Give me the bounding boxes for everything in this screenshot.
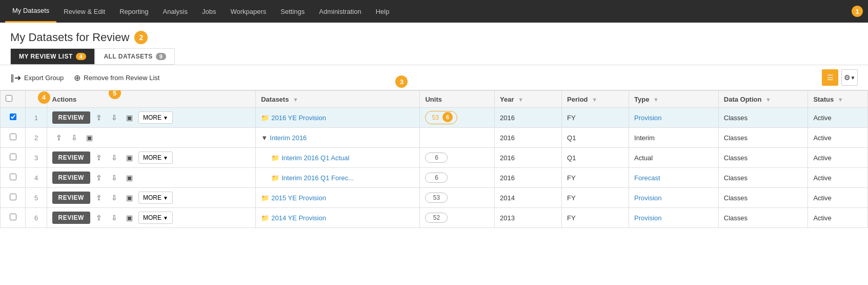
table-row: 3REVIEW⇪⇩▣MORE ▼📁Interim 2016 Q1 Actual6… xyxy=(1,148,868,168)
row-dataset: 📁Interim 2016 Q1 Actual xyxy=(256,148,420,168)
row-status: Active xyxy=(808,148,868,168)
calc-icon[interactable]: ▣ xyxy=(123,111,136,124)
row-type: Actual xyxy=(629,148,719,168)
nav-item-administration[interactable]: Administration xyxy=(312,0,368,23)
type-filter-icon[interactable]: ▼ xyxy=(653,97,659,103)
row-dataset: 📁Interim 2016 Q1 Forec... xyxy=(256,168,420,188)
nav-item-my-datasets[interactable]: My Datasets xyxy=(5,0,56,23)
more-dropdown-button[interactable]: MORE ▼ xyxy=(138,192,173,204)
status-filter-icon[interactable]: ▼ xyxy=(838,97,843,103)
more-dropdown-button[interactable]: MORE ▼ xyxy=(138,212,173,224)
units-badge: 6 xyxy=(425,173,448,183)
row-number: 4 xyxy=(26,168,47,188)
row-dataset: 📁2015 YE Provision xyxy=(256,188,420,208)
row-type: Forecast xyxy=(629,168,719,188)
export-icon[interactable]: ⇩ xyxy=(68,131,81,144)
row-period: FY xyxy=(562,168,629,188)
import-icon[interactable]: ⇪ xyxy=(92,111,106,124)
folder-icon: 📁 xyxy=(261,214,269,222)
year-filter-icon[interactable]: ▼ xyxy=(518,97,523,103)
annotation-4: 4 xyxy=(38,91,50,104)
select-all-checkbox[interactable] xyxy=(6,95,12,102)
row-data-option: Classes xyxy=(718,168,808,188)
import-icon[interactable]: ⇪ xyxy=(92,191,106,204)
row-actions: REVIEW⇪⇩▣MORE ▼ xyxy=(47,188,256,208)
row-period: FY xyxy=(562,208,629,228)
review-button[interactable]: REVIEW xyxy=(52,212,90,224)
import-icon[interactable]: ⇪ xyxy=(92,171,106,184)
row-actions: REVIEW⇪⇩▣MORE ▼ xyxy=(47,108,256,128)
review-button[interactable]: REVIEW xyxy=(52,111,90,124)
import-icon[interactable]: ⇪ xyxy=(92,211,106,224)
row-type: Provision xyxy=(629,188,719,208)
row-data-option: Classes xyxy=(718,128,808,148)
import-icon[interactable]: ⇪ xyxy=(92,151,106,164)
row-year: 2013 xyxy=(495,208,562,228)
folder-icon: 📁 xyxy=(261,194,269,202)
export-icon[interactable]: ⇩ xyxy=(108,191,121,204)
settings-column-button[interactable]: ⚙ ▼ xyxy=(841,69,858,86)
table-row: 5REVIEW⇪⇩▣MORE ▼📁2015 YE Provision532014… xyxy=(1,188,868,208)
tab-my-review-list[interactable]: MY REVIEW LIST 4 xyxy=(10,48,95,65)
col-data-option: Data Option ▼ xyxy=(718,91,808,108)
review-button[interactable]: REVIEW xyxy=(52,192,90,204)
row-units: 6 xyxy=(420,168,495,188)
row-actions: REVIEW⇪⇩▣ xyxy=(47,168,256,188)
nav-item-reporting[interactable]: Reporting xyxy=(112,0,155,23)
datasets-filter-icon[interactable]: ▼ xyxy=(293,97,298,103)
row-status: Active xyxy=(808,188,868,208)
col-status: Status ▼ xyxy=(808,91,868,108)
row-checkbox[interactable] xyxy=(10,134,16,140)
row-checkbox[interactable] xyxy=(10,154,16,160)
more-dropdown-button[interactable]: MORE ▼ xyxy=(138,111,173,124)
row-type: Provision xyxy=(629,108,719,128)
row-checkbox[interactable] xyxy=(10,214,16,220)
row-checkbox-cell xyxy=(1,128,26,148)
table-row: 2⇪⇩▣▼Interim 20162016Q1InterimClassesAct… xyxy=(1,128,868,148)
notification-badge[interactable]: 1 xyxy=(852,6,863,17)
row-status: Active xyxy=(808,128,868,148)
nav-item-jobs[interactable]: Jobs xyxy=(195,0,223,23)
filter-active-button[interactable]: ☰ xyxy=(822,69,838,86)
table-wrap: 4 Actions 5 Datasets ▼ Units Year ▼ P xyxy=(0,90,868,228)
expand-icon[interactable]: ▼ xyxy=(261,134,268,142)
data-option-filter-icon[interactable]: ▼ xyxy=(765,97,771,103)
export-icon[interactable]: ⇩ xyxy=(108,151,121,164)
nav-item-workpapers[interactable]: Workpapers xyxy=(223,0,273,23)
row-actions: REVIEW⇪⇩▣MORE ▼ xyxy=(47,148,256,168)
export-icon[interactable]: ⇩ xyxy=(108,211,121,224)
export-icon[interactable]: ⇩ xyxy=(108,111,121,124)
nav-item-help[interactable]: Help xyxy=(369,0,397,23)
units-badge: 53 xyxy=(425,193,448,203)
calc-icon[interactable]: ▣ xyxy=(83,131,96,144)
action-icons-group: REVIEW⇪⇩▣MORE ▼ xyxy=(52,111,251,124)
nav-item-analysis[interactable]: Analysis xyxy=(156,0,195,23)
units-badge: 53 6 xyxy=(425,111,457,124)
export-group-button[interactable]: ∥➜ Export Group xyxy=(10,71,64,85)
row-year: 2016 xyxy=(495,168,562,188)
tab-count-all: 9 xyxy=(156,53,167,60)
export-icon[interactable]: ⇩ xyxy=(108,171,121,184)
review-button[interactable]: REVIEW xyxy=(52,151,90,164)
row-checkbox[interactable] xyxy=(10,194,16,200)
import-icon[interactable]: ⇪ xyxy=(52,131,66,144)
units-badge: 52 xyxy=(425,213,448,223)
calc-icon[interactable]: ▣ xyxy=(123,191,136,204)
row-data-option: Classes xyxy=(718,188,808,208)
more-dropdown-button[interactable]: MORE ▼ xyxy=(138,151,173,164)
table-row: 1REVIEW⇪⇩▣MORE ▼📁2016 YE Provision53 620… xyxy=(1,108,868,128)
calc-icon[interactable]: ▣ xyxy=(123,151,136,164)
nav-item-settings[interactable]: Settings xyxy=(273,0,312,23)
row-checkbox[interactable] xyxy=(10,113,16,120)
row-units xyxy=(420,128,495,148)
remove-review-button[interactable]: ⊕ Remove from Review List xyxy=(74,71,159,85)
calc-icon[interactable]: ▣ xyxy=(123,211,136,224)
calc-icon[interactable]: ▣ xyxy=(123,171,136,184)
tab-all-datasets[interactable]: ALL DATASETS 9 xyxy=(95,48,175,65)
col-period: Period ▼ xyxy=(562,91,629,108)
review-button[interactable]: REVIEW xyxy=(52,172,90,184)
row-number: 6 xyxy=(26,208,47,228)
period-filter-icon[interactable]: ▼ xyxy=(592,97,597,103)
nav-item-review-edit[interactable]: Review & Edit xyxy=(56,0,112,23)
row-checkbox[interactable] xyxy=(10,174,16,180)
